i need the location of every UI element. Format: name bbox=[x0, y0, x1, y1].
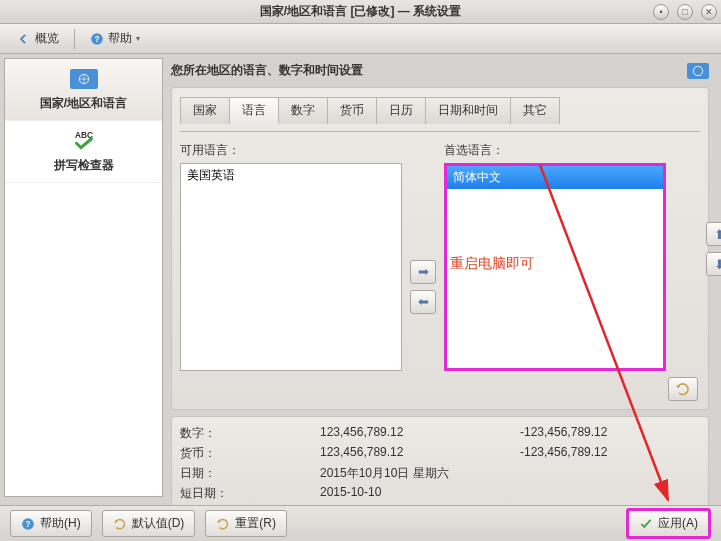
toolbar: 概览 ? 帮助 ▾ bbox=[0, 24, 721, 54]
button-label: 默认值(D) bbox=[132, 515, 185, 532]
sidebar-item-label: 国家/地区和语言 bbox=[9, 95, 158, 112]
tab-bar: 国家 语言 数字 货币 日历 日期和时间 其它 bbox=[180, 96, 700, 123]
summary-value: -123,456,789.12 bbox=[520, 445, 700, 462]
remove-language-button[interactable]: ⬅ bbox=[410, 290, 436, 314]
help-button[interactable]: ? 帮助 ▾ bbox=[81, 26, 149, 51]
tab-language[interactable]: 语言 bbox=[230, 97, 279, 124]
transfer-buttons: ➡ ⬅ bbox=[410, 260, 436, 314]
available-column: 可用语言： 美国英语 bbox=[180, 142, 402, 371]
arrow-right-icon: ➡ bbox=[418, 264, 429, 279]
sidebar-item-spellcheck[interactable]: ABC 拼写检查器 bbox=[5, 121, 162, 183]
reset-button[interactable]: 重置(R) bbox=[205, 510, 287, 537]
help-icon: ? bbox=[21, 517, 35, 531]
summary-panel: 数字： 123,456,789.12 -123,456,789.12 货币： 1… bbox=[171, 416, 709, 514]
svg-point-4 bbox=[693, 66, 702, 75]
overview-label: 概览 bbox=[35, 30, 59, 47]
move-down-button[interactable]: ⬇ bbox=[706, 252, 721, 276]
button-label: 帮助(H) bbox=[40, 515, 81, 532]
tab-datetime[interactable]: 日期和时间 bbox=[426, 97, 511, 124]
tab-label: 国家 bbox=[193, 103, 217, 117]
button-label: 重置(R) bbox=[235, 515, 276, 532]
summary-key: 短日期： bbox=[180, 485, 320, 502]
summary-row: 日期： 2015年10月10日 星期六 bbox=[180, 465, 700, 482]
settings-panel: 国家 语言 数字 货币 日历 日期和时间 其它 可用语言： 美国英语 ➡ bbox=[171, 87, 709, 410]
summary-value: 2015-10-10 bbox=[320, 485, 520, 502]
maximize-button[interactable]: □ bbox=[677, 4, 693, 20]
summary-value bbox=[520, 465, 700, 482]
tab-numbers[interactable]: 数字 bbox=[279, 97, 328, 124]
section-title: 您所在地区的语言、数字和时间设置 bbox=[171, 62, 363, 79]
defaults-button[interactable]: 默认值(D) bbox=[102, 510, 196, 537]
arrow-up-icon: ⬆ bbox=[714, 227, 722, 242]
arrow-left-icon: ⬅ bbox=[418, 294, 429, 309]
spellcheck-icon: ABC bbox=[68, 129, 100, 153]
reset-languages-button[interactable] bbox=[668, 377, 698, 401]
sidebar-item-label: 拼写检查器 bbox=[9, 157, 158, 174]
tab-label: 日期和时间 bbox=[438, 103, 498, 117]
apply-button[interactable]: 应用(A) bbox=[626, 508, 711, 539]
flag-icon bbox=[687, 63, 709, 79]
tab-label: 数字 bbox=[291, 103, 315, 117]
summary-row: 数字： 123,456,789.12 -123,456,789.12 bbox=[180, 425, 700, 442]
summary-value: -123,456,789.12 bbox=[520, 425, 700, 442]
main-area: 国家/地区和语言 ABC 拼写检查器 您所在地区的语言、数字和时间设置 国家 语… bbox=[0, 54, 721, 501]
help-icon: ? bbox=[90, 32, 104, 46]
tab-label: 其它 bbox=[523, 103, 547, 117]
preferred-label: 首选语言： bbox=[444, 142, 666, 159]
tab-label: 日历 bbox=[389, 103, 413, 117]
summary-key: 货币： bbox=[180, 445, 320, 462]
summary-value bbox=[520, 485, 700, 502]
add-language-button[interactable]: ➡ bbox=[410, 260, 436, 284]
summary-key: 数字： bbox=[180, 425, 320, 442]
flag-icon bbox=[68, 67, 100, 91]
footer: ? 帮助(H) 默认值(D) 重置(R) 应用(A) bbox=[0, 505, 721, 541]
undo-icon bbox=[675, 381, 691, 397]
window-title: 国家/地区和语言 [已修改] — 系统设置 bbox=[0, 3, 721, 20]
back-arrow-icon bbox=[17, 32, 31, 46]
window-controls: • □ ✕ bbox=[653, 4, 717, 20]
summary-row: 短日期： 2015-10-10 bbox=[180, 485, 700, 502]
tab-label: 货币 bbox=[340, 103, 364, 117]
undo-icon bbox=[113, 517, 127, 531]
preferred-listbox[interactable]: 简体中文 bbox=[444, 163, 666, 371]
overview-button[interactable]: 概览 bbox=[8, 26, 68, 51]
section-title-row: 您所在地区的语言、数字和时间设置 bbox=[171, 62, 709, 79]
available-label: 可用语言： bbox=[180, 142, 402, 159]
sidebar: 国家/地区和语言 ABC 拼写检查器 bbox=[4, 58, 163, 497]
svg-text:?: ? bbox=[95, 34, 100, 43]
tab-calendar[interactable]: 日历 bbox=[377, 97, 426, 124]
summary-value: 123,456,789.12 bbox=[320, 425, 520, 442]
available-listbox[interactable]: 美国英语 bbox=[180, 163, 402, 371]
summary-row: 货币： 123,456,789.12 -123,456,789.12 bbox=[180, 445, 700, 462]
tab-currency[interactable]: 货币 bbox=[328, 97, 377, 124]
tab-label: 语言 bbox=[242, 103, 266, 117]
reset-row bbox=[180, 377, 700, 401]
move-up-button[interactable]: ⬆ bbox=[706, 222, 721, 246]
summary-key: 日期： bbox=[180, 465, 320, 482]
preferred-column: 首选语言： 简体中文 ⬆ ⬇ bbox=[444, 142, 700, 371]
minimize-button[interactable]: • bbox=[653, 4, 669, 20]
arrow-down-icon: ⬇ bbox=[714, 257, 722, 272]
undo-icon bbox=[216, 517, 230, 531]
close-button[interactable]: ✕ bbox=[701, 4, 717, 20]
button-label: 应用(A) bbox=[658, 515, 698, 532]
chevron-down-icon: ▾ bbox=[136, 34, 140, 43]
reorder-buttons: ⬆ ⬇ bbox=[706, 222, 721, 276]
tab-country[interactable]: 国家 bbox=[180, 97, 230, 124]
check-icon bbox=[639, 517, 653, 531]
language-area: 可用语言： 美国英语 ➡ ⬅ 首选语言： 简体中文 bbox=[180, 131, 700, 371]
summary-value: 2015年10月10日 星期六 bbox=[320, 465, 520, 482]
help-label: 帮助 bbox=[108, 30, 132, 47]
svg-text:?: ? bbox=[26, 519, 31, 528]
help-button[interactable]: ? 帮助(H) bbox=[10, 510, 92, 537]
sidebar-item-locale[interactable]: 国家/地区和语言 bbox=[5, 59, 162, 121]
summary-value: 123,456,789.12 bbox=[320, 445, 520, 462]
list-item[interactable]: 美国英语 bbox=[181, 164, 401, 187]
toolbar-separator bbox=[74, 29, 75, 49]
list-item[interactable]: 简体中文 bbox=[447, 166, 663, 189]
tab-other[interactable]: 其它 bbox=[511, 97, 560, 124]
content-area: 您所在地区的语言、数字和时间设置 国家 语言 数字 货币 日历 日期和时间 其它… bbox=[167, 54, 721, 501]
titlebar: 国家/地区和语言 [已修改] — 系统设置 • □ ✕ bbox=[0, 0, 721, 24]
